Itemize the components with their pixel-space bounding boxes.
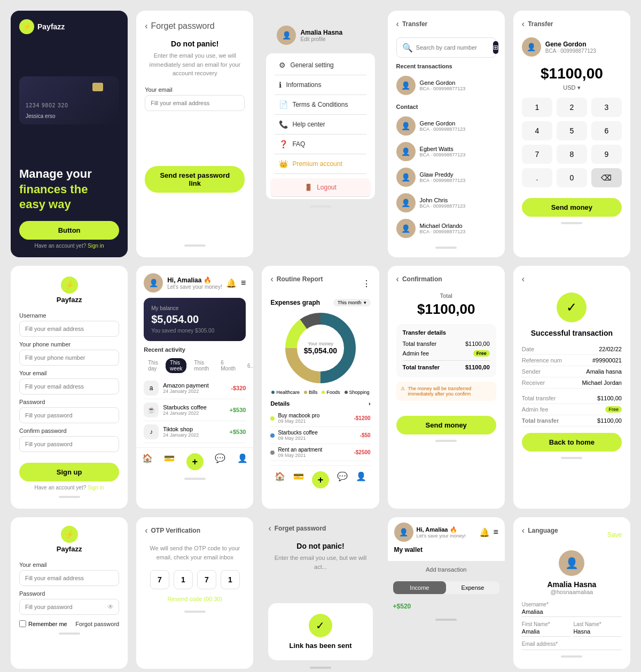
nav-wallet-icon[interactable]: 💳 xyxy=(293,471,304,488)
logout-button[interactable]: 🚪Logout xyxy=(270,178,370,197)
key-4[interactable]: 4 xyxy=(522,121,552,140)
tab-6-month[interactable]: 6 Month xyxy=(216,358,240,373)
key-0[interactable]: 0 xyxy=(557,168,587,187)
success-back-nav[interactable]: ‹ xyxy=(522,274,622,284)
key-1[interactable]: 1 xyxy=(522,98,552,117)
menu-icon[interactable]: ≡ xyxy=(241,278,246,288)
nav-profile-icon[interactable]: 👤 xyxy=(356,471,366,488)
tab-more[interactable]: 6... xyxy=(243,361,253,370)
back-to-home-button[interactable]: Back to home xyxy=(522,433,622,452)
search-input[interactable] xyxy=(416,44,490,51)
email-field-label: Email address* xyxy=(522,641,622,647)
first-name-value[interactable]: Amalia xyxy=(522,628,570,637)
menu-item-faq[interactable]: ❓FAQ xyxy=(275,135,366,154)
contact-michael[interactable]: 👤Michael OrlandoBCA · 009998877123 xyxy=(396,216,496,241)
hero-button[interactable]: Button xyxy=(19,221,119,240)
remember-me-checkbox[interactable] xyxy=(19,620,26,627)
details-see-all[interactable]: › xyxy=(369,400,371,407)
lang-avatar: 👤 xyxy=(559,550,584,576)
edit-profile-link[interactable]: Edit profile xyxy=(300,36,342,42)
contact-glaw[interactable]: 👤Glaw PreddyBCA · 009998877123 xyxy=(396,164,496,190)
d2-notification-icon[interactable]: 🔔 xyxy=(479,527,490,537)
resend-link[interactable]: Resend code (00:30) xyxy=(145,596,245,602)
otp-digit-2[interactable]: 1 xyxy=(174,570,193,589)
key-9[interactable]: 9 xyxy=(591,145,622,164)
forgot-password-link[interactable]: Forgot password xyxy=(75,621,119,627)
nav-wallet-icon[interactable]: 💳 xyxy=(164,453,175,470)
contact-gene[interactable]: 👤Gene GordonBCA · 009998877123 xyxy=(396,113,496,139)
key-delete[interactable]: ⌫ xyxy=(591,168,622,187)
fab-add-button[interactable]: + xyxy=(312,471,329,488)
recent-contact[interactable]: 👤 Gene Gordon BCA · 009998877123 xyxy=(396,73,496,98)
key-3[interactable]: 3 xyxy=(591,98,622,117)
activity-amazon-date: 24 January 2022 xyxy=(163,389,226,394)
tab-this-week[interactable]: This week xyxy=(166,358,186,373)
contact-egbert[interactable]: 👤Egbert WattsBCA · 009998877123 xyxy=(396,139,496,164)
tab-this-month[interactable]: This month xyxy=(190,358,213,373)
menu-item-terms[interactable]: 📄Terms & Conditions xyxy=(275,95,366,115)
tab-this-day[interactable]: This day xyxy=(144,358,162,373)
key-7[interactable]: 7 xyxy=(522,145,552,164)
menu-item-general[interactable]: ⚙General setting xyxy=(275,56,366,75)
report-menu-icon[interactable]: ⋮ xyxy=(362,279,371,289)
password-input[interactable] xyxy=(19,599,119,615)
otp-digit-4[interactable]: 1 xyxy=(221,570,240,589)
confirm-back-nav[interactable]: ‹ Confirmation xyxy=(396,274,496,284)
send-money-button[interactable]: Send money xyxy=(522,198,622,217)
numpad-back-nav[interactable]: ‹ Transfer xyxy=(522,19,622,29)
report-back-nav[interactable]: ‹ Routine Report xyxy=(270,274,323,284)
password-toggle-icon[interactable]: 👁 xyxy=(107,603,114,611)
scan-button[interactable]: ⊞ xyxy=(493,41,498,54)
menu-item-info[interactable]: ℹInformations xyxy=(275,75,366,95)
profile-name: Amalia Hasna xyxy=(300,29,342,36)
d2-menu-icon[interactable]: ≡ xyxy=(493,527,498,537)
email-field-value[interactable] xyxy=(522,648,622,650)
detail-dot xyxy=(270,416,275,421)
email-input[interactable] xyxy=(19,378,119,394)
key-2[interactable]: 2 xyxy=(557,98,587,117)
email-input[interactable] xyxy=(145,95,245,111)
key-6[interactable]: 6 xyxy=(591,121,622,140)
nav-chat-icon[interactable]: 💬 xyxy=(337,471,348,488)
signup-button[interactable]: Sign up xyxy=(19,463,119,481)
nav-profile-icon[interactable]: 👤 xyxy=(237,453,248,470)
username-input[interactable] xyxy=(19,321,119,337)
forget-heading: Do not panic! xyxy=(145,39,245,48)
transfer-back-nav[interactable]: ‹ Transfer xyxy=(396,19,496,29)
menu-item-help[interactable]: 📞Help center xyxy=(275,115,366,135)
forget-subtitle: Enter the email you use, we will immedia… xyxy=(145,51,245,78)
contact-john[interactable]: 👤John ChrisBCA · 009998877123 xyxy=(396,190,496,216)
email-input[interactable] xyxy=(19,570,119,586)
search-bar[interactable]: 🔍 ⊞ xyxy=(396,37,496,58)
signin-link[interactable]: Sign in xyxy=(88,485,104,491)
confirm-input[interactable] xyxy=(19,436,119,452)
password-input[interactable] xyxy=(19,407,119,423)
otp-digit-3[interactable]: 7 xyxy=(197,570,216,589)
key-8[interactable]: 8 xyxy=(557,145,587,164)
lang-back-nav[interactable]: ‹ Language xyxy=(522,526,558,535)
username-field-value[interactable]: Amaliaa xyxy=(522,608,622,617)
expense-tab[interactable]: Expense xyxy=(446,581,499,594)
key-5[interactable]: 5 xyxy=(557,121,587,140)
last-name-value[interactable]: Hasna xyxy=(573,628,622,637)
phone-input[interactable] xyxy=(19,350,119,366)
send-reset-button[interactable]: Send reset password link xyxy=(145,166,245,193)
back-nav[interactable]: ‹ Forget password xyxy=(145,21,245,31)
key-dot[interactable]: . xyxy=(522,168,552,187)
nav-home-icon[interactable]: 🏠 xyxy=(275,471,285,488)
notification-icon[interactable]: 🔔 xyxy=(226,278,237,288)
send-money-button[interactable]: Send money xyxy=(396,416,496,434)
otp-back-nav[interactable]: ‹ OTP Verification xyxy=(145,526,245,535)
hero-signin-link[interactable]: Sign in xyxy=(88,243,104,249)
remember-me-label: Remember me xyxy=(19,620,67,627)
otp-digit-1[interactable]: 7 xyxy=(150,570,169,589)
income-tab[interactable]: Income xyxy=(393,581,447,594)
fab-add-button[interactable]: + xyxy=(186,453,204,470)
nav-chat-icon[interactable]: 💬 xyxy=(215,453,225,470)
period-badge[interactable]: This month ▾ xyxy=(333,299,371,306)
fp2-back-nav[interactable]: ‹ Forget password xyxy=(268,524,372,533)
save-link[interactable]: Save xyxy=(607,531,622,539)
menu-item-premium[interactable]: 👑Premium account xyxy=(275,154,366,174)
nav-home-icon[interactable]: 🏠 xyxy=(142,453,153,470)
currency-selector[interactable]: USD ▾ xyxy=(522,84,622,91)
